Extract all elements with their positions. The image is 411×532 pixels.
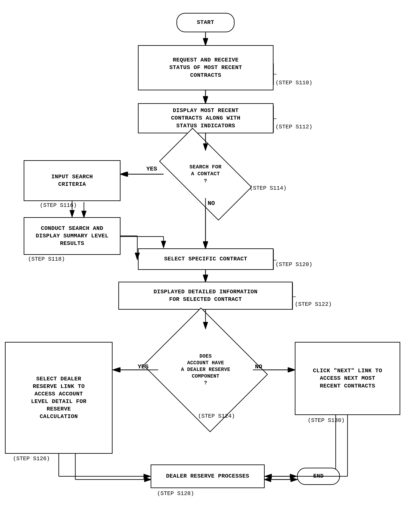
step-s112-text: DISPLAY MOST RECENTCONTRACTS ALONG WITHS…: [168, 105, 244, 132]
start-label: START: [194, 17, 217, 28]
step-s122-label: (STEP S122): [295, 301, 332, 307]
step-s116-text: INPUT SEARCHCRITERIA: [48, 171, 96, 190]
step-s118-text: CONDUCT SEARCH ANDDISPLAY SUMMARY LEVELR…: [32, 223, 112, 249]
step-s128-text: DEALER RESERVE PROCESSES: [163, 470, 252, 482]
step-s124-label: (STEP S124): [198, 413, 235, 419]
step-s128-box: DEALER RESERVE PROCESSES: [151, 465, 265, 488]
step-s122-text: DISPLAYED DETAILED INFORMATIONFOR SELECT…: [150, 286, 261, 305]
step-s114-diamond: SEARCH FORA CONTACT?: [159, 128, 252, 220]
step-s110-label: (STEP S110): [275, 80, 313, 86]
step-s112-label: (STEP S112): [275, 124, 313, 130]
no-label-s124: NO: [255, 363, 262, 370]
step-s126-text: SELECT DEALERRESERVE LINK TOACCESS ACCOU…: [28, 373, 90, 423]
step-s116-label: (STEP S116): [40, 202, 77, 209]
step-s130-box: CLICK "NEXT" LINK TOACCESS NEXT MOSTRECE…: [295, 342, 400, 415]
step-s116-box: INPUT SEARCHCRITERIA: [24, 160, 120, 201]
end-label: END: [310, 470, 327, 482]
step-s112-box: DISPLAY MOST RECENTCONTRACTS ALONG WITHS…: [138, 103, 274, 133]
step-s114-label: (STEP S114): [250, 185, 287, 191]
no-label-s114: NO: [208, 200, 215, 207]
step-s110-box: REQUEST AND RECEIVESTATUS OF MOST RECENT…: [138, 45, 274, 90]
step-s122-box: DISPLAYED DETAILED INFORMATIONFOR SELECT…: [118, 282, 293, 310]
step-s110-text: REQUEST AND RECEIVESTATUS OF MOST RECENT…: [166, 54, 245, 81]
start-node: START: [176, 13, 235, 32]
step-s126-box: SELECT DEALERRESERVE LINK TOACCESS ACCOU…: [5, 342, 113, 454]
step-s130-text: CLICK "NEXT" LINK TOACCESS NEXT MOSTRECE…: [310, 365, 385, 392]
step-s124-text: DOESACCOUNT HAVEA DEALER RESERVECOMPONEN…: [178, 351, 234, 389]
flowchart: START REQUEST AND RECEIVESTATUS OF MOST …: [0, 0, 411, 532]
step-s126-label: (STEP S126): [13, 456, 50, 462]
step-s120-box: SELECT SPECIFIC CONTRACT: [138, 248, 274, 270]
yes-label-s114: YES: [146, 166, 157, 172]
step-s118-box: CONDUCT SEARCH ANDDISPLAY SUMMARY LEVELR…: [24, 217, 120, 255]
step-s130-label: (STEP S130): [308, 417, 345, 424]
yes-label-s124: YES: [138, 363, 148, 370]
step-s128-label: (STEP S128): [157, 490, 194, 497]
step-s120-label: (STEP S120): [275, 261, 313, 268]
end-node: END: [297, 468, 340, 485]
step-s120-text: SELECT SPECIFIC CONTRACT: [161, 253, 250, 265]
step-s118-label: (STEP S118): [28, 256, 65, 262]
step-s114-text: SEARCH FORA CONTACT?: [186, 162, 225, 187]
